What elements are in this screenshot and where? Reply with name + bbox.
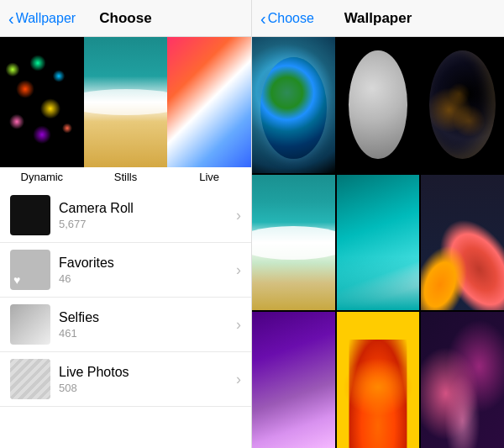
grid-cell-earth-night[interactable] — [421, 37, 504, 173]
left-back-label: Wallpaper — [16, 11, 76, 26]
live-thumb — [167, 37, 251, 167]
left-nav-bar: ‹ Wallpaper Choose — [0, 0, 251, 37]
live-photos-name: Live Photos — [59, 365, 228, 380]
left-chevron-icon: ‹ — [8, 10, 14, 27]
left-panel: ‹ Wallpaper Choose Dynamic Stills Live C… — [0, 0, 252, 448]
grid-cell-wave-teal[interactable] — [337, 175, 420, 311]
category-stills[interactable]: Stills — [84, 37, 168, 188]
category-live[interactable]: Live — [167, 37, 251, 188]
selfies-count: 461 — [59, 327, 228, 340]
wallpaper-grid — [252, 37, 504, 448]
selfies-thumb — [10, 304, 50, 345]
grid-cell-ocean[interactable] — [252, 175, 335, 311]
live-photos-info: Live Photos 508 — [50, 365, 236, 394]
selfies-chevron-icon: › — [236, 316, 241, 334]
stills-label: Stills — [114, 167, 137, 188]
left-back-button[interactable]: ‹ Wallpaper — [8, 10, 76, 27]
wallpaper-categories: Dynamic Stills Live — [0, 37, 251, 188]
right-nav-title: Wallpaper — [344, 10, 412, 27]
dynamic-label: Dynamic — [21, 167, 64, 188]
grid-cell-floral[interactable] — [421, 175, 504, 311]
live-label: Live — [199, 167, 219, 188]
category-dynamic[interactable]: Dynamic — [0, 37, 84, 188]
album-live-photos[interactable]: Live Photos 508 › — [0, 352, 251, 407]
grid-cell-earth[interactable] — [252, 37, 335, 173]
live-photos-thumb — [10, 359, 50, 399]
camera-roll-name: Camera Roll — [59, 201, 228, 216]
album-selfies[interactable]: Selfies 461 › — [0, 298, 251, 352]
favorites-name: Favorites — [59, 256, 228, 271]
album-favorites[interactable]: Favorites 46 › — [0, 243, 251, 298]
grid-cell-orange-flower[interactable] — [337, 312, 420, 448]
favorites-info: Favorites 46 — [50, 256, 236, 285]
right-panel: ‹ Choose Wallpaper — [252, 0, 504, 448]
grid-cell-moon[interactable] — [337, 37, 420, 173]
grid-cell-purple-gradient[interactable] — [252, 312, 335, 448]
camera-roll-thumb — [10, 195, 50, 235]
selfies-info: Selfies 461 — [50, 310, 236, 340]
right-nav-bar: ‹ Choose Wallpaper — [252, 0, 504, 37]
album-camera-roll[interactable]: Camera Roll 5,677 › — [0, 188, 251, 243]
camera-roll-info: Camera Roll 5,677 — [50, 201, 236, 230]
camera-roll-count: 5,677 — [59, 218, 228, 230]
album-list: Camera Roll 5,677 › Favorites 46 › Selfi… — [0, 188, 251, 448]
right-back-label: Choose — [268, 11, 314, 26]
right-chevron-icon: ‹ — [260, 10, 266, 27]
favorites-count: 46 — [59, 272, 228, 285]
grid-cell-pink-flowers[interactable] — [421, 312, 504, 448]
favorites-thumb — [10, 250, 50, 290]
stills-thumb — [84, 37, 168, 167]
camera-roll-chevron-icon: › — [236, 207, 241, 224]
live-photos-count: 508 — [59, 382, 228, 394]
dynamic-thumb — [0, 37, 84, 167]
live-photos-chevron-icon: › — [236, 371, 241, 388]
right-back-button[interactable]: ‹ Choose — [260, 10, 314, 27]
selfies-name: Selfies — [59, 310, 228, 325]
left-nav-title: Choose — [99, 10, 151, 27]
favorites-chevron-icon: › — [236, 261, 241, 279]
